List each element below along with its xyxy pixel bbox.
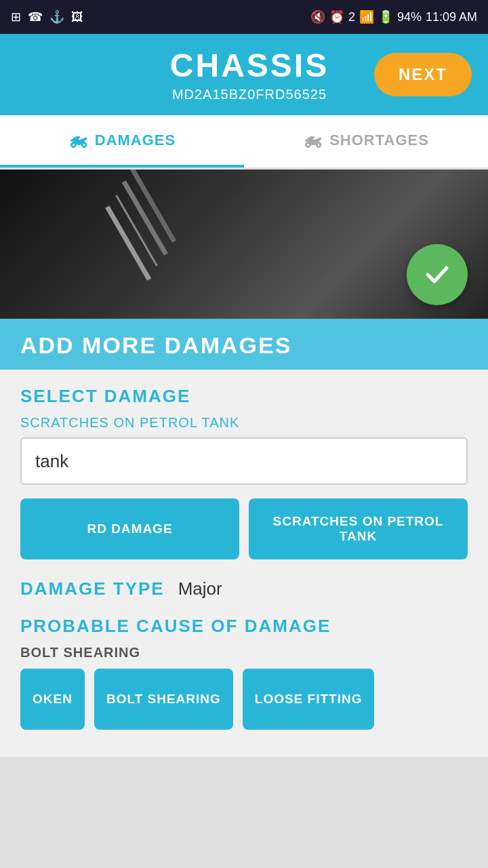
probable-cause-section: PROBABLE CAUSE OF DAMAGE BOLT SHEARING O… [20,616,468,730]
damage-option-rd[interactable]: RD DAMAGE [20,498,239,559]
status-notification-badge: 2 [348,10,355,24]
status-mute-icon: 🔇 [310,9,325,24]
cause-options-row: OKEN BOLT SHEARING LOOSE FITTING [20,669,468,730]
header-title-area: CHASSIS MD2A15BZ0FRD56525 [125,47,374,102]
status-bar: ⊞ ☎ ⚓ 🖼 🔇 ⏰ 2 📶 🔋 94% 11:09 AM [0,0,488,34]
current-damage-label: SCRATCHES ON PETROL TANK [20,415,468,431]
cause-option-bolt-shearing[interactable]: BOLT SHEARING [94,669,233,730]
tab-shortages[interactable]: 🏍 SHORTAGES [244,115,488,167]
status-icon-2: ☎ [28,9,43,24]
status-battery-icon: 🔋 [378,9,393,24]
damage-options-row: RD DAMAGE SCRATCHES ON PETROL TANK [20,498,468,559]
shortages-tab-icon: 🏍 [303,129,323,151]
next-button[interactable]: NEXT [374,53,472,96]
header: CHASSIS MD2A15BZ0FRD56525 NEXT [0,34,488,115]
status-left-icons: ⊞ ☎ ⚓ 🖼 [11,9,83,24]
cause-option-loose-fitting[interactable]: LOOSE FITTING [243,669,375,730]
status-icon-1: ⊞ [11,9,21,24]
status-alarm-icon: ⏰ [329,9,344,24]
add-more-panel: ADD MORE DAMAGES [0,319,488,370]
status-icon-image: 🖼 [71,10,83,24]
damage-type-value: Major [178,578,222,599]
image-area [0,170,488,319]
status-signal-icon: 📶 [359,9,374,24]
form-area: SELECT DAMAGE SCRATCHES ON PETROL TANK R… [0,370,488,757]
page-title: CHASSIS [170,47,329,84]
damage-option-scratches[interactable]: SCRATCHES ON PETROL TANK [249,498,468,559]
damages-tab-icon: 🏍 [68,129,88,151]
photo-overlay [0,170,488,319]
status-time: 11:09 AM [426,10,477,24]
tab-damages[interactable]: 🏍 DAMAGES [0,115,244,167]
add-more-title: ADD MORE DAMAGES [20,332,291,358]
shortages-tab-label: SHORTAGES [329,132,429,149]
current-cause-label: BOLT SHEARING [20,645,468,660]
damage-search-input[interactable] [20,437,468,485]
select-damage-label: SELECT DAMAGE [20,386,468,407]
select-damage-section: SELECT DAMAGE SCRATCHES ON PETROL TANK R… [20,386,468,559]
chassis-number: MD2A15BZ0FRD56525 [172,87,327,102]
confirm-damage-button[interactable] [407,244,468,305]
cause-option-oken[interactable]: OKEN [20,669,85,730]
probable-cause-title: PROBABLE CAUSE OF DAMAGE [20,616,468,637]
damages-tab-label: DAMAGES [95,132,176,149]
status-right: 🔇 ⏰ 2 📶 🔋 94% 11:09 AM [310,9,477,24]
status-icon-usb: ⚓ [49,9,64,24]
damage-type-label: DAMAGE TYPE [20,578,165,599]
damage-type-row: DAMAGE TYPE Major [20,578,468,599]
checkmark-icon [422,260,452,290]
status-battery-text: 94% [397,10,422,24]
tab-bar: 🏍 DAMAGES 🏍 SHORTAGES [0,115,488,170]
